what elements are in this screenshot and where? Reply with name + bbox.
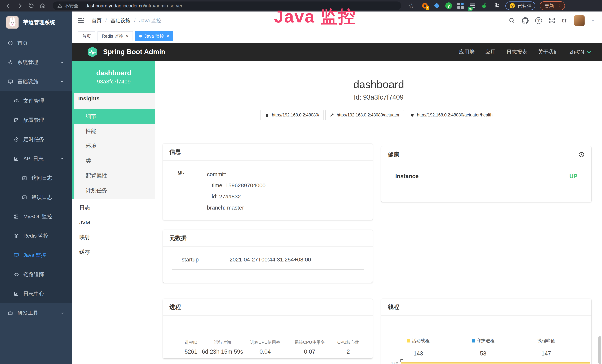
area-series-live-threads	[401, 362, 590, 364]
sidebar-item-config[interactable]: 配置管理	[0, 110, 72, 130]
value-peak-threads: 147	[516, 350, 576, 357]
tab-home[interactable]: 首页	[78, 31, 95, 41]
metadata-row-value: 2021-04-27T00:44:31.254+08:00	[229, 257, 311, 263]
sba-sidebar: dashboard 93a3fc7f7409 Insights 细节 性能 环境…	[72, 61, 155, 364]
chevron-up-icon	[60, 156, 64, 161]
menu-item-logs[interactable]: 日志	[72, 200, 155, 215]
back-icon[interactable]	[5, 3, 11, 9]
url-path: /infra/admin-server	[144, 3, 182, 9]
sidebar-item-mysql[interactable]: MySQL 监控	[0, 207, 72, 226]
sba-nav-journal[interactable]: 日志报表	[506, 48, 527, 55]
menu-item-mappings[interactable]: 映射	[72, 230, 155, 245]
edit-icon	[14, 118, 19, 123]
extension-green-icon[interactable]: y	[445, 2, 452, 10]
metadata-card: 元数据 startup 2021-04-27T00:44:31.254+08:0…	[163, 230, 373, 283]
extension-pin-icon[interactable]	[433, 2, 441, 10]
hamburger-icon[interactable]	[77, 17, 85, 24]
sidebar-item-error-log[interactable]: 错误日志	[0, 188, 72, 207]
tab-java[interactable]: Java 监控 ×	[135, 31, 173, 41]
sidebar-item-home[interactable]: 首页	[0, 33, 72, 53]
fullscreen-icon[interactable]	[548, 17, 555, 24]
cell-uptime: 6d 23h 15m 59s	[202, 348, 243, 355]
main-area: 首页 / 基础设施 / Java 监控 ? tT 首页 Redis 监控 ×	[72, 11, 602, 364]
menu-item-environment[interactable]: 环境	[72, 139, 155, 153]
address-bar[interactable]: 不安全 | dashboard.yudao.iocoder.cn/infra/a…	[53, 1, 401, 10]
sba-nav-wallboard[interactable]: 应用墙	[459, 48, 475, 55]
menu-item-classes[interactable]: 类	[72, 153, 155, 168]
link-actuator[interactable]: http://192.168.0.2:48080/actuator	[325, 110, 404, 120]
sidebar-item-log-center[interactable]: 日志中心	[0, 284, 72, 303]
sidebar-item-jobs[interactable]: 定时任务	[0, 130, 72, 149]
metadata-card-title: 元数据	[163, 230, 373, 247]
breadcrumb-home[interactable]: 首页	[92, 17, 102, 24]
sidebar-item-system[interactable]: 系统管理	[0, 53, 72, 72]
y-axis	[400, 359, 403, 362]
app-title: 芋道管理系统	[23, 19, 55, 26]
link-health[interactable]: http://192.168.0.2:48080/actuator/health	[406, 110, 497, 120]
info-row-label: git	[172, 169, 207, 213]
locale-select[interactable]: zh-CN	[570, 49, 592, 55]
search-icon[interactable]	[509, 17, 515, 24]
breadcrumb-infra[interactable]: 基础设施	[110, 17, 130, 24]
cell-system-cpu: 0.07	[304, 348, 315, 355]
font-size-icon[interactable]: tT	[562, 17, 568, 24]
sidebar-item-api-log[interactable]: API 日志	[0, 149, 72, 168]
log-icon	[22, 175, 27, 181]
menu-item-jvm[interactable]: JVM	[72, 215, 155, 230]
sidebar-item-java[interactable]: Java 监控	[0, 246, 72, 265]
kebab-menu-icon[interactable]: ⋮	[556, 3, 562, 9]
sba-nav-applications[interactable]: 应用	[485, 48, 496, 55]
chevron-down-icon[interactable]	[591, 20, 595, 23]
tab-bar: 首页 Redis 监控 × Java 监控 ×	[72, 30, 602, 43]
tab-redis[interactable]: Redis 监控 ×	[97, 31, 133, 41]
close-icon[interactable]: ×	[126, 34, 129, 38]
sba-body: dashboard 93a3fc7f7409 Insights 细节 性能 环境…	[72, 61, 602, 364]
avatar[interactable]	[574, 15, 585, 26]
url-separator: |	[81, 3, 83, 8]
extension-orange-icon[interactable]: 1	[421, 2, 429, 10]
extension-on-icon[interactable]: on	[469, 2, 476, 10]
link-home[interactable]: http://192.168.0.2:48080/	[260, 110, 323, 120]
col-header-pid: 进程ID	[185, 340, 197, 345]
profile-paused-chip[interactable]: 已暂停	[505, 1, 535, 10]
help-icon[interactable]: ?	[535, 17, 542, 24]
health-row: Instance UP	[390, 173, 582, 186]
metadata-row-label: startup	[172, 257, 229, 263]
sidebar-item-infra[interactable]: 基础设施	[0, 72, 72, 91]
menu-item-caches[interactable]: 缓存	[72, 245, 155, 260]
sidebar-item-redis[interactable]: Redis 监控	[0, 226, 72, 246]
extension-grid-icon[interactable]	[457, 2, 464, 10]
cell-process-cpu: 0.04	[259, 348, 271, 355]
menu-item-details[interactable]: 细节	[72, 109, 155, 124]
app-logo[interactable]: 芋道管理系统	[0, 11, 72, 33]
home-nav-icon[interactable]	[40, 3, 46, 9]
reload-icon[interactable]	[28, 3, 34, 9]
github-icon[interactable]	[522, 17, 528, 24]
sba-brand[interactable]: Spring Boot Admin	[86, 46, 165, 58]
sba-nav-about[interactable]: 关于我们	[538, 48, 559, 55]
page-subtitle: Id: 93a3fc7f7409	[155, 94, 602, 101]
bookmark-star-icon[interactable]: ☆	[408, 2, 414, 10]
sidebar-item-dev-tools[interactable]: 研发工具	[0, 303, 72, 323]
close-icon[interactable]: ×	[166, 34, 169, 38]
sidebar-item-access-log[interactable]: 访问日志	[0, 168, 72, 188]
forward-icon[interactable]	[17, 3, 23, 9]
menu-item-metrics[interactable]: 性能	[72, 124, 155, 139]
sidebar-item-tracing[interactable]: 链路追踪	[0, 265, 72, 284]
instance-header[interactable]: dashboard 93a3fc7f7409	[72, 61, 155, 93]
log-icon	[14, 156, 19, 161]
paused-label: 已暂停	[518, 3, 532, 9]
extension-sprout-icon[interactable]	[481, 2, 488, 10]
info-row-value: commit: time: 1596289704000 id: 27aa832 …	[207, 169, 266, 213]
scrollbar-thumb[interactable]	[598, 336, 601, 364]
extensions-puzzle-icon[interactable]	[493, 2, 500, 10]
logo-image	[6, 16, 19, 29]
update-button[interactable]: 更新 ⋮	[540, 1, 565, 10]
menu-item-scheduled-tasks[interactable]: 计划任务	[72, 183, 155, 198]
history-icon[interactable]	[579, 151, 585, 158]
metadata-row: startup 2021-04-27T00:44:31.254+08:00	[172, 257, 364, 270]
threads-card-title: 线程	[381, 299, 591, 316]
legend-yellow-swatch	[407, 339, 410, 343]
menu-item-config-props[interactable]: 配置属性	[72, 168, 155, 183]
sidebar-item-files[interactable]: 文件管理	[0, 91, 72, 110]
